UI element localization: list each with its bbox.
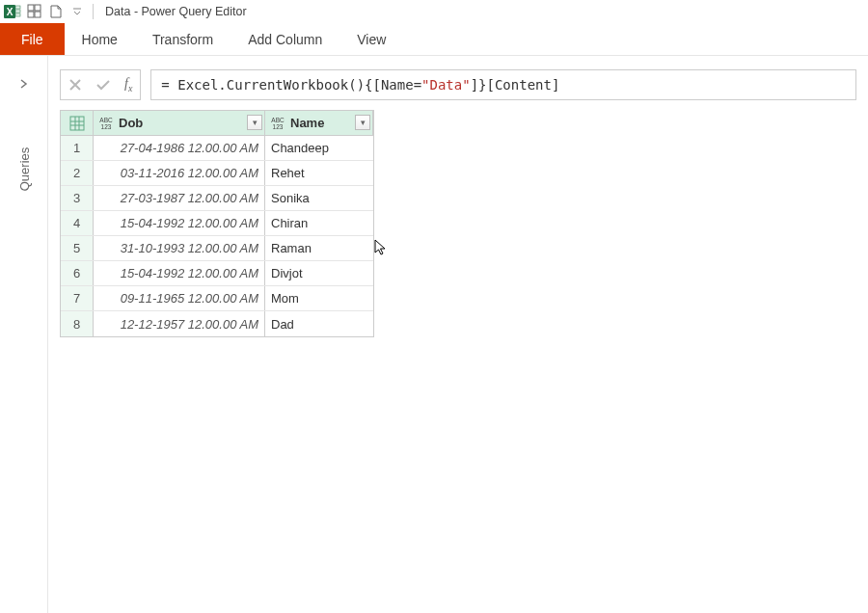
tab-transform[interactable]: Transform xyxy=(135,23,231,55)
formula-bar-row: fx = Excel.CurrentWorkbook(){[Name="Data… xyxy=(60,69,856,100)
cell-dob[interactable]: 27-03-1987 12.00.00 AM xyxy=(94,186,265,210)
table-row[interactable]: 812-12-1957 12.00.00 AMDad xyxy=(61,311,373,336)
cell-name[interactable]: Rehet xyxy=(265,161,373,185)
row-number[interactable]: 1 xyxy=(61,136,94,160)
table-row[interactable]: 531-10-1993 12.00.00 AMRaman xyxy=(61,236,373,261)
queries-pane[interactable]: Queries xyxy=(0,56,48,613)
row-number[interactable]: 8 xyxy=(61,311,94,336)
cell-dob[interactable]: 12-12-1957 12.00.00 AM xyxy=(94,311,265,336)
svg-text:X: X xyxy=(7,7,14,17)
row-number[interactable]: 2 xyxy=(61,161,94,185)
svg-rect-7 xyxy=(28,12,34,17)
queries-label: Queries xyxy=(16,147,31,192)
cell-dob[interactable]: 15-04-1992 12.00.00 AM xyxy=(94,261,265,285)
column-name: Dob xyxy=(119,116,143,130)
svg-rect-10 xyxy=(70,117,84,130)
row-number[interactable]: 7 xyxy=(61,286,94,310)
fx-icon[interactable]: fx xyxy=(124,76,132,93)
cell-name[interactable]: Divjot xyxy=(265,261,373,285)
row-number[interactable]: 6 xyxy=(61,261,94,285)
formula-input[interactable]: = Excel.CurrentWorkbook(){[Name="Data"]}… xyxy=(150,69,856,100)
cancel-icon[interactable] xyxy=(68,78,82,92)
qat-icon-1[interactable] xyxy=(27,4,42,19)
data-grid: ABC 123 Dob ▾ ABC 123 Name ▾ 127-04-1986… xyxy=(60,110,374,337)
table-row[interactable]: 127-04-1986 12.00.00 AMChandeep xyxy=(61,136,373,161)
title-bar: X Data - Power Query Editor xyxy=(0,0,868,23)
window-title: Data - Power Query Editor xyxy=(105,5,247,18)
svg-rect-6 xyxy=(35,5,41,11)
cell-dob[interactable]: 09-11-1965 12.00.00 AM xyxy=(94,286,265,310)
cell-dob[interactable]: 31-10-1993 12.00.00 AM xyxy=(94,236,265,260)
qat-icon-2[interactable] xyxy=(48,4,64,19)
separator xyxy=(93,4,94,19)
tab-file[interactable]: File xyxy=(0,23,65,55)
cell-dob[interactable]: 03-11-2016 12.00.00 AM xyxy=(94,161,265,185)
cell-dob[interactable]: 27-04-1986 12.00.00 AM xyxy=(94,136,265,160)
header-row: ABC 123 Dob ▾ ABC 123 Name ▾ xyxy=(61,111,373,136)
expand-pane-icon[interactable] xyxy=(17,77,31,93)
table-row[interactable]: 709-11-1965 12.00.00 AMMom xyxy=(61,286,373,311)
tab-view[interactable]: View xyxy=(339,23,403,55)
confirm-icon[interactable] xyxy=(95,78,111,92)
formula-text-prefix: = Excel.CurrentWorkbook(){[Name= xyxy=(161,77,421,93)
table-row[interactable]: 415-04-1992 12.00.00 AMChiran xyxy=(61,211,373,236)
filter-dropdown-icon[interactable]: ▾ xyxy=(355,115,370,130)
svg-rect-2 xyxy=(15,6,20,9)
row-number[interactable]: 5 xyxy=(61,236,94,260)
cell-name[interactable]: Dad xyxy=(265,311,373,336)
table-row[interactable]: 203-11-2016 12.00.00 AMRehet xyxy=(61,161,373,186)
row-number[interactable]: 3 xyxy=(61,186,94,210)
table-row[interactable]: 327-03-1987 12.00.00 AMSonika xyxy=(61,186,373,211)
cell-name[interactable]: Raman xyxy=(265,236,373,260)
workarea: Queries fx = Excel.CurrentWorkbook(){[Na… xyxy=(0,56,868,613)
column-header-dob[interactable]: ABC 123 Dob ▾ xyxy=(94,111,265,135)
formula-controls: fx xyxy=(60,69,141,100)
main-area: fx = Excel.CurrentWorkbook(){[Name="Data… xyxy=(48,56,868,613)
formula-text-suffix: ]}[Content] xyxy=(471,77,560,93)
select-all[interactable] xyxy=(61,111,94,135)
row-number[interactable]: 4 xyxy=(61,211,94,235)
cell-name[interactable]: Sonika xyxy=(265,186,373,210)
svg-rect-4 xyxy=(15,13,20,16)
svg-rect-5 xyxy=(28,5,34,11)
table-row[interactable]: 615-04-1992 12.00.00 AMDivjot xyxy=(61,261,373,286)
cell-name[interactable]: Chandeep xyxy=(265,136,373,160)
excel-icon: X xyxy=(4,3,21,20)
type-any-icon: ABC 123 xyxy=(97,117,115,130)
svg-rect-8 xyxy=(35,12,41,17)
column-name: Name xyxy=(290,116,324,130)
cell-name[interactable]: Mom xyxy=(265,286,373,310)
tab-add-column[interactable]: Add Column xyxy=(231,23,339,55)
type-any-icon: ABC 123 xyxy=(269,117,286,130)
formula-text-literal: "Data" xyxy=(421,77,471,93)
tab-home[interactable]: Home xyxy=(65,23,135,55)
qat-dropdown-icon[interactable] xyxy=(69,4,85,19)
svg-rect-3 xyxy=(15,10,20,13)
column-header-name[interactable]: ABC 123 Name ▾ xyxy=(265,111,373,135)
filter-dropdown-icon[interactable]: ▾ xyxy=(247,115,262,130)
ribbon: File Home Transform Add Column View xyxy=(0,23,868,56)
cell-dob[interactable]: 15-04-1992 12.00.00 AM xyxy=(94,211,265,235)
cell-name[interactable]: Chiran xyxy=(265,211,373,235)
